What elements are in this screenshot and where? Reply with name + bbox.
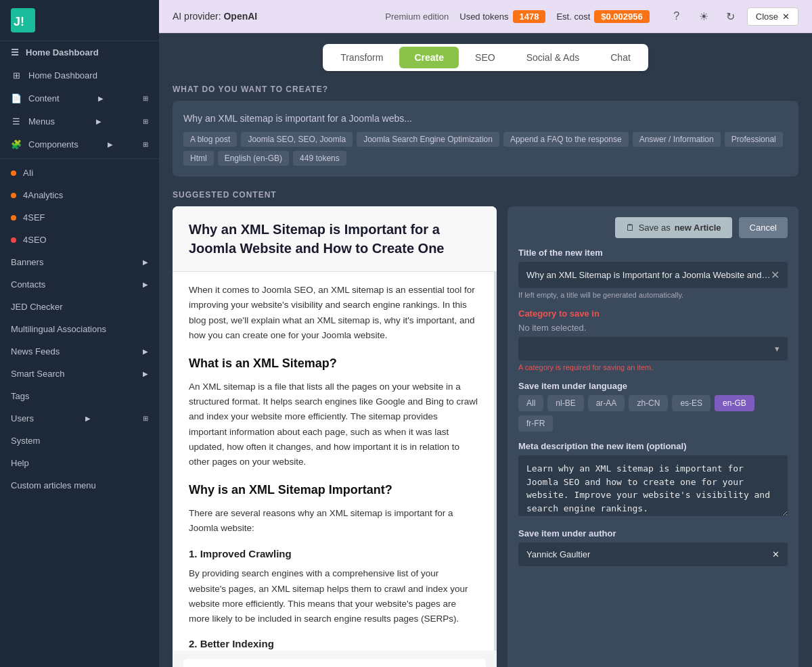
close-button[interactable]: Close ✕ xyxy=(747,7,798,26)
create-section-label: WHAT DO YOU WANT TO CREATE? xyxy=(173,85,798,94)
sidebar-item-aii[interactable]: AIi xyxy=(0,162,159,184)
tag-append-faq[interactable]: Append a FAQ to the response xyxy=(503,132,629,147)
save-btn-prefix: Save as xyxy=(639,223,671,233)
lang-btn-en-GB[interactable]: en-GB xyxy=(715,395,754,411)
sidebar-item-label: System xyxy=(11,436,40,446)
sidebar-item-custom-articles[interactable]: Custom articles menu xyxy=(0,474,159,497)
tag-answer[interactable]: Answer / Information xyxy=(633,132,721,147)
sidebar-item-label: 4Analytics xyxy=(23,190,63,200)
no-item-text: No item selected. xyxy=(518,323,788,333)
lang-btn-ar-AA[interactable]: ar-AA xyxy=(588,395,625,411)
article-p3: By providing search engines with a compr… xyxy=(189,566,478,626)
author-field-group: Save item under author Yannick Gaultier … xyxy=(518,528,788,566)
grid-icon: ⊞ xyxy=(143,141,148,148)
sidebar-item-users[interactable]: Users ▶ ⊞ xyxy=(0,407,159,430)
title-field-group: Title of the new item Why an XML Sitemap… xyxy=(518,248,788,299)
content-area: Transform Create SEO Social & Ads Chat W… xyxy=(159,33,812,667)
lang-btn-fr-FR[interactable]: fr-FR xyxy=(518,415,553,432)
title-value: Why an XML Sitemap is Important for a Jo… xyxy=(526,270,771,280)
sidebar-item-content[interactable]: 📄 Content ▶ ⊞ xyxy=(0,87,159,110)
article-p2: There are several reasons why an XML sit… xyxy=(189,506,478,536)
sidebar-item-label: 4SEO xyxy=(23,235,47,245)
save-btn-bold: new Article xyxy=(675,223,721,233)
sidebar-item-components[interactable]: 🧩 Components ▶ ⊞ xyxy=(0,133,159,156)
title-clear-icon[interactable]: ✕ xyxy=(771,269,780,281)
category-error: A category is required for saving an ite… xyxy=(518,363,788,371)
article-panel: Why an XML Sitemap is Important for a Jo… xyxy=(173,206,497,667)
save-icon: 🗒 xyxy=(626,223,635,233)
category-select[interactable]: ▾ xyxy=(518,337,788,361)
tag-joomla-search[interactable]: Joomla Search Engine Optimization xyxy=(357,132,499,147)
tag-html[interactable]: Html xyxy=(183,151,214,166)
article-h2-2: Why is an XML Sitemap Important? xyxy=(189,480,478,501)
sidebar-item-label: Multilingual Associations xyxy=(11,324,106,334)
hamburger-icon: ☰ xyxy=(11,47,19,58)
tag-professional[interactable]: Professional xyxy=(725,132,783,147)
sidebar-item-news-feeds[interactable]: News Feeds ▶ xyxy=(0,340,159,363)
sidebar-item-label: Home Dashboard xyxy=(28,70,97,80)
divider xyxy=(0,158,159,159)
sidebar-item-tags[interactable]: Tags xyxy=(0,385,159,407)
tag-language[interactable]: English (en-GB) xyxy=(218,151,289,166)
tab-transform[interactable]: Transform xyxy=(325,47,398,68)
sidebar-item-help[interactable]: Help xyxy=(0,452,159,474)
article-h3-1: 1. Improved Crawling xyxy=(189,546,478,563)
tabs-container: Transform Create SEO Social & Ads Chat xyxy=(173,44,798,71)
sidebar-item-label: Components xyxy=(28,139,78,150)
suggested-section-label: SUGGESTED CONTENT xyxy=(173,190,798,200)
meta-textarea[interactable]: Learn why an XML sitemap is important fo… xyxy=(518,455,788,516)
save-article-button[interactable]: 🗒 Save as new Article xyxy=(615,217,732,238)
language-buttons: All nl-BE ar-AA zh-CN es-ES en-GB fr-FR xyxy=(518,395,788,432)
sidebar-item-banners[interactable]: Banners ▶ xyxy=(0,251,159,273)
sidebar-item-4analytics[interactable]: 4Analytics xyxy=(0,184,159,206)
sidebar-item-system[interactable]: System xyxy=(0,430,159,452)
lang-btn-es-ES[interactable]: es-ES xyxy=(672,395,710,411)
sidebar-item-multilingual[interactable]: Multilingual Associations xyxy=(0,318,159,340)
components-icon: 🧩 xyxy=(11,139,22,150)
create-tags: A blog post Joomla SEO, SEO, Joomla Joom… xyxy=(183,132,788,166)
sidebar-item-contacts[interactable]: Contacts ▶ xyxy=(0,273,159,296)
sidebar-item-menus[interactable]: ☰ Menus ▶ ⊞ xyxy=(0,110,159,133)
sidebar-item-4sef[interactable]: 4SEF xyxy=(0,206,159,229)
article-intro: When it comes to Joomla SEO, an XML site… xyxy=(189,283,478,343)
tab-create[interactable]: Create xyxy=(399,47,459,68)
title-label: Title of the new item xyxy=(518,248,788,258)
topbar-actions: ? ☀ ↻ Close ✕ xyxy=(666,5,798,27)
cancel-button[interactable]: Cancel xyxy=(739,217,788,238)
grid-icon: ⊞ xyxy=(143,118,148,125)
tag-tokens[interactable]: 449 tokens xyxy=(293,151,346,166)
sidebar-item-jed-checker[interactable]: JED Checker xyxy=(0,296,159,318)
tag-blog-post[interactable]: A blog post xyxy=(183,132,237,147)
sidebar-item-label: Smart Search xyxy=(11,369,64,379)
lang-btn-all[interactable]: All xyxy=(518,395,543,411)
tab-social-ads[interactable]: Social & Ads xyxy=(512,47,595,68)
author-input[interactable]: Yannick Gaultier ✕ xyxy=(518,543,788,566)
category-label: Category to save in xyxy=(518,308,788,319)
grid-icon: ⊞ xyxy=(143,95,148,102)
author-clear-icon[interactable]: ✕ xyxy=(772,549,780,559)
sidebar-item-smart-search[interactable]: Smart Search ▶ xyxy=(0,363,159,385)
grid-icon: ⊞ xyxy=(143,415,148,422)
tab-chat[interactable]: Chat xyxy=(595,47,646,68)
tag-joomla-seo[interactable]: Joomla SEO, SEO, Joomla xyxy=(241,132,353,147)
refresh-button[interactable]: ↻ xyxy=(720,5,742,27)
lang-btn-zh-CN[interactable]: zh-CN xyxy=(629,395,668,411)
chevron-down-icon: ▾ xyxy=(775,344,780,354)
sidebar-item-label: AIi xyxy=(23,168,33,178)
sidebar-item-home-dashboard[interactable]: ⊞ Home Dashboard xyxy=(0,64,159,87)
right-panel: 🗒 Save as new Article Cancel Title of th… xyxy=(508,206,798,667)
category-field-group: Category to save in No item selected. ▾ … xyxy=(518,308,788,371)
language-field-group: Save item under language All nl-BE ar-AA… xyxy=(518,381,788,432)
sidebar-item-label: News Feeds xyxy=(11,346,60,356)
toggle-menu-label: Home Dashboard xyxy=(26,47,99,58)
ai-provider-name: OpenAI xyxy=(223,11,257,22)
theme-button[interactable]: ☀ xyxy=(693,5,715,27)
title-input[interactable]: Why an XML Sitemap is Important for a Jo… xyxy=(518,262,788,288)
author-value: Yannick Gaultier xyxy=(526,549,772,559)
help-button[interactable]: ? xyxy=(666,5,687,27)
meta-label: Meta description the new item (optional) xyxy=(518,441,788,451)
tab-seo[interactable]: SEO xyxy=(460,47,510,68)
toggle-menu[interactable]: ☰ Home Dashboard xyxy=(0,41,159,64)
lang-btn-nl-BE[interactable]: nl-BE xyxy=(547,395,583,411)
sidebar-item-4seo[interactable]: 4SEO xyxy=(0,229,159,251)
